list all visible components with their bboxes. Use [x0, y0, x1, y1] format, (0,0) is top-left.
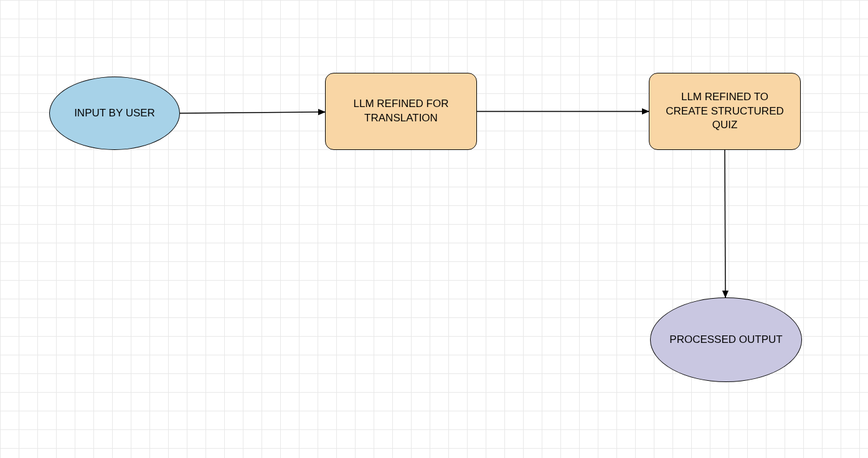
edge-layer [0, 0, 868, 458]
node-input[interactable]: INPUT BY USER [49, 77, 180, 150]
node-quiz-label: LLM REFINED TO CREATE STRUCTURED QUIZ [661, 90, 789, 133]
diagram-canvas[interactable]: INPUT BY USER LLM REFINED FOR TRANSLATIO… [0, 0, 868, 458]
edge-quiz-to-output[interactable] [725, 150, 725, 297]
node-quiz[interactable]: LLM REFINED TO CREATE STRUCTURED QUIZ [649, 73, 801, 150]
node-translate[interactable]: LLM REFINED FOR TRANSLATION [325, 73, 477, 150]
node-output[interactable]: PROCESSED OUTPUT [650, 297, 802, 382]
node-input-label: INPUT BY USER [74, 107, 155, 119]
node-translate-label: LLM REFINED FOR TRANSLATION [337, 97, 465, 126]
edge-input-to-translate[interactable] [180, 112, 325, 113]
node-output-label: PROCESSED OUTPUT [669, 334, 782, 346]
